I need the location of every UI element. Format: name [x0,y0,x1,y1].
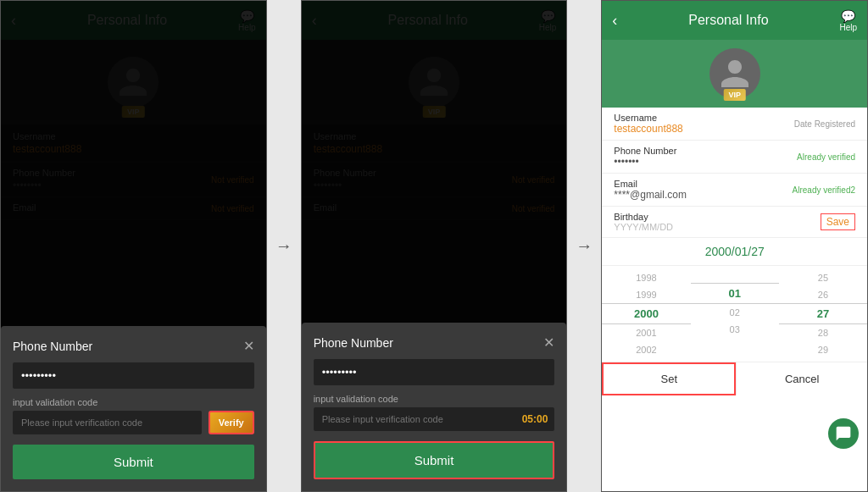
modal-box-1: Phone Number ✕ input validation code Ver… [1,326,266,491]
day-col-3: 25 26 27 28 29 [779,269,867,358]
username-left-3: Username testaccount888 [614,113,682,135]
cancel-button-3[interactable]: Cancel [736,362,867,395]
help-button-3[interactable]: 💬 Help [839,9,857,32]
profile-area-3: VIP [602,40,867,108]
date-columns-3: 1998 1999 2000 2001 2002 01 02 03 25 26 … [602,266,867,362]
vip-badge-3: VIP [723,89,746,101]
year-item-2002[interactable]: 2002 [602,341,690,358]
month-item-02[interactable]: 02 [691,304,779,321]
month-item-01[interactable]: 01 [691,283,779,304]
month-item-03[interactable]: 03 [691,321,779,338]
username-label-3: Username [614,113,682,123]
validation-input-wrap-2: 05:00 [314,407,555,431]
validation-row-2: 05:00 [314,407,555,431]
birthday-left-3: Birthday YYYY/MM/DD [614,212,673,232]
birthday-row-3: Birthday YYYY/MM/DD Save [602,207,867,238]
validation-section-1: input validation code Verify [13,397,254,434]
modal-header-1: Phone Number ✕ [13,338,254,354]
month-item-blank2 [691,276,779,283]
header-3: ‹ Personal Info 💬 Help [602,1,867,40]
validation-label-1: input validation code [13,397,254,407]
year-item-1998[interactable]: 1998 [602,269,690,286]
arrow-icon-2: → [576,236,593,256]
modal-title-2: Phone Number [314,336,393,350]
help-icon-3: 💬 [841,9,855,23]
submit-button-1[interactable]: Submit [13,445,254,479]
arrow-1: → [267,0,301,492]
date-actions-3: Set Cancel [602,362,867,395]
panel-2: ‹ Personal Info 💬 Help VIP Username test… [301,0,568,492]
month-item-blank1 [691,269,779,276]
selected-date-3: 2000/01/27 [602,238,867,266]
year-item-1999[interactable]: 1999 [602,286,690,303]
phone-status-3: Already verified [797,152,855,162]
validation-input-wrap-1 [13,411,202,434]
help-label-3: Help [839,23,857,32]
validation-row-1: Verify [13,411,254,434]
validation-label-2: input validation code [314,394,555,404]
arrow-icon-1: → [275,236,292,256]
birthday-placeholder-3: YYYY/MM/DD [614,222,673,232]
panel-3: ‹ Personal Info 💬 Help VIP Username test… [601,0,868,492]
year-item-2000[interactable]: 2000 [602,303,690,324]
validation-input-2[interactable] [314,407,555,431]
chat-button-3[interactable] [828,418,859,449]
date-picker-3: 2000/01/27 1998 1999 2000 2001 2002 01 0… [602,238,867,395]
modal-title-1: Phone Number [13,340,92,353]
timer-text-2: 05:00 [522,413,548,425]
year-col-3: 1998 1999 2000 2001 2002 [602,269,690,358]
day-item-27[interactable]: 27 [779,303,867,324]
validation-section-2: input validation code 05:00 [314,394,555,431]
birthday-label-3: Birthday [614,212,673,222]
date-registered-3: Date Registered [794,119,855,129]
modal-close-1[interactable]: ✕ [243,338,254,354]
year-item-2001[interactable]: 2001 [602,324,690,341]
header-title-3: Personal Info [617,13,839,28]
phone-value-3: ••••••• [614,156,676,168]
set-button-3[interactable]: Set [602,362,736,395]
verify-button-1[interactable]: Verify [209,411,254,434]
phone-input-2[interactable] [314,359,555,385]
month-col-3: 01 02 03 [691,269,779,358]
modal-box-2: Phone Number ✕ input validation code 05:… [302,323,567,491]
username-value-3: testaccount888 [614,123,682,135]
phone-input-1[interactable] [13,362,254,389]
arrow-2: → [567,0,601,492]
phone-left-3: Phone Number ••••••• [614,146,676,168]
email-value-3: ****@gmail.com [614,189,687,201]
modal-overlay-1: Phone Number ✕ input validation code Ver… [1,1,266,491]
day-item-28[interactable]: 28 [779,324,867,341]
day-item-25[interactable]: 25 [779,269,867,286]
username-row-3: Username testaccount888 Date Registered [602,108,867,141]
phone-row-3: Phone Number ••••••• Already verified [602,141,867,174]
modal-close-2[interactable]: ✕ [543,334,554,351]
modal-header-2: Phone Number ✕ [314,334,555,351]
validation-input-1[interactable] [13,411,202,434]
day-item-29[interactable]: 29 [779,341,867,358]
email-left-3: Email ****@gmail.com [614,179,687,201]
modal-overlay-2: Phone Number ✕ input validation code 05:… [302,1,567,491]
email-label-3: Email [614,179,687,189]
submit-button-2[interactable]: Submit [314,441,555,479]
phone-label-3: Phone Number [614,146,676,156]
email-row-3: Email ****@gmail.com Already verified2 [602,174,867,207]
save-button-3[interactable]: Save [821,213,855,230]
day-item-26[interactable]: 26 [779,286,867,303]
email-status-3: Already verified2 [793,185,855,195]
panel-1: ‹ Personal Info 💬 Help VIP Username test… [0,0,267,492]
